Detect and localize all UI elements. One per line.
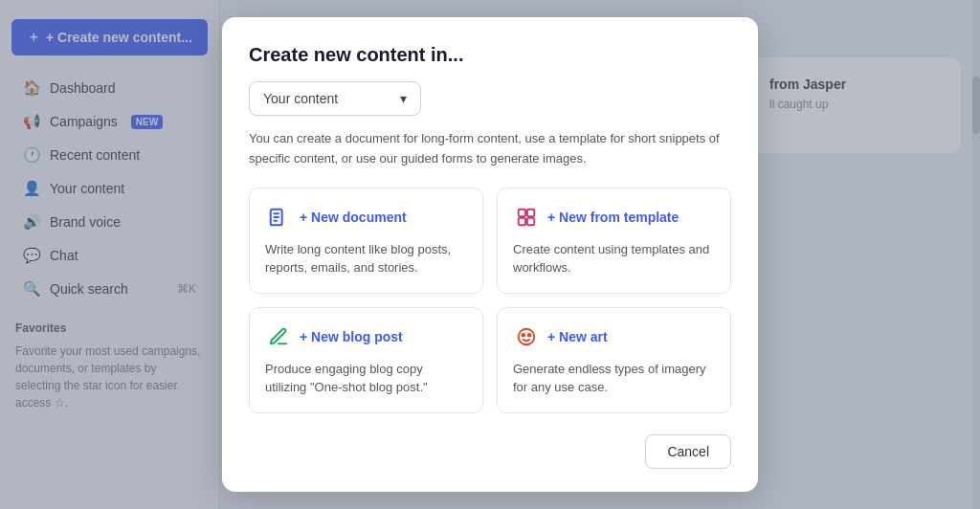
content-type-cards-grid: + New documentWrite long content like bl… [249,188,731,413]
card-new-blog-post[interactable]: + New blog postProduce engaging blog cop… [249,307,483,413]
card-new-template[interactable]: + New from templateCreate content using … [497,188,731,294]
svg-point-8 [519,328,535,344]
content-location-dropdown[interactable]: Your content ▾ [249,81,421,116]
card-desc-new-document: Write long content like blog posts, repo… [265,240,467,277]
modal-title: Create new content in... [249,44,731,66]
card-title-new-blog-post: + New blog post [300,329,403,344]
card-desc-new-blog-post: Produce engaging blog copy utilizing "On… [265,360,467,397]
card-title-new-template: + New from template [547,210,679,225]
modal-overlay[interactable]: Create new content in... Your content ▾ … [0,0,980,509]
svg-rect-7 [527,218,534,225]
modal-footer: Cancel [249,434,731,469]
modal-description: You can create a document for long-form … [249,129,731,167]
dropdown-value: Your content [263,91,338,106]
create-content-modal: Create new content in... Your content ▾ … [222,17,758,491]
card-icon-new-template [513,204,540,231]
svg-rect-6 [519,218,525,225]
svg-point-10 [528,333,531,336]
card-icon-new-blog-post [265,323,292,350]
card-header-new-document: + New document [265,204,467,231]
card-desc-new-template: Create content using templates and workf… [513,240,715,277]
card-new-art[interactable]: + New artGenerate endless types of image… [497,307,731,413]
card-header-new-template: + New from template [513,204,715,231]
card-desc-new-art: Generate endless types of imagery for an… [513,360,715,397]
svg-rect-5 [527,209,534,215]
card-header-new-blog-post: + New blog post [265,323,467,350]
svg-point-9 [522,333,524,336]
card-title-new-document: + New document [300,210,407,225]
card-icon-new-document [265,204,292,231]
card-new-document[interactable]: + New documentWrite long content like bl… [249,188,483,294]
card-header-new-art: + New art [513,323,715,350]
cancel-button[interactable]: Cancel [645,434,731,469]
card-icon-new-art [513,323,540,350]
chevron-down-icon: ▾ [400,91,407,106]
card-title-new-art: + New art [547,329,608,344]
svg-rect-4 [519,209,525,215]
